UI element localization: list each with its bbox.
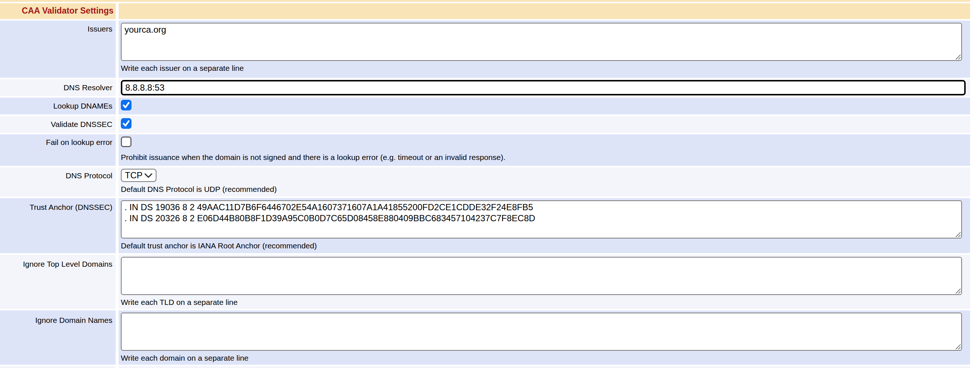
form-row-validate-dnssec: Validate DNSSEC [0,116,970,133]
section-header-spacer [119,3,970,19]
fail-on-lookup-error-label: Fail on lookup error [0,134,116,166]
caa-validator-settings-form: CAA Validator Settings Issuers yourca.or… [0,0,970,368]
dns-resolver-label: DNS Resolver [0,79,116,96]
form-row-issuers: Issuers yourca.org Write each issuer on … [0,21,970,78]
dns-protocol-label: DNS Protocol [0,167,116,197]
check-icon [123,120,130,127]
form-row-trust-anchor: Trust Anchor (DNSSEC) . IN DS 19036 8 2 … [0,198,970,253]
dns-protocol-selected-value: TCP [125,170,143,181]
validate-dnssec-label: Validate DNSSEC [0,116,116,133]
ignore-domains-label: Ignore Domain Names [0,310,116,365]
ignore-tlds-textarea[interactable] [121,257,962,295]
form-row-lookup-dnames: Lookup DNAMEs [0,98,970,114]
fail-on-lookup-error-checkbox[interactable] [121,136,132,147]
previous-section-edge [0,0,970,2]
form-row-dns-protocol: DNS Protocol TCP Default DNS Protocol is… [0,167,970,197]
form-row-ignore-tlds: Ignore Top Level Domains Write each TLD … [0,255,970,309]
form-row-fail-on-lookup-error: Fail on lookup error Prohibit issuance w… [0,134,970,166]
validate-dnssec-checkbox[interactable] [121,118,132,129]
issuers-textarea[interactable]: yourca.org [121,23,962,61]
dns-resolver-input[interactable] [121,80,966,95]
issuers-helper: Write each issuer on a separate line [121,64,970,72]
section-header-row: CAA Validator Settings [0,3,970,19]
lookup-dnames-checkbox[interactable] [121,100,132,110]
trust-anchor-helper: Default trust anchor is IANA Root Anchor… [121,241,970,250]
form-row-dns-resolver: DNS Resolver [0,79,970,96]
section-title: CAA Validator Settings [0,3,116,19]
chevron-down-icon [144,173,153,178]
trust-anchor-textarea[interactable]: . IN DS 19036 8 2 49AAC11D7B6F6446702E54… [121,200,962,238]
ignore-tlds-label: Ignore Top Level Domains [0,255,116,309]
fail-on-lookup-error-helper: Prohibit issuance when the domain is not… [121,153,970,162]
next-row-partial [0,366,970,368]
ignore-tlds-helper: Write each TLD on a separate line [121,298,970,306]
ignore-domains-helper: Write each domain on a separate line [121,354,970,362]
check-icon [123,101,130,109]
form-row-ignore-domains: Ignore Domain Names Write each domain on… [0,310,970,365]
issuers-label: Issuers [0,21,116,78]
dns-protocol-helper: Default DNS Protocol is UDP (recommended… [121,185,970,194]
ignore-domains-textarea[interactable] [121,312,962,351]
trust-anchor-label: Trust Anchor (DNSSEC) [0,198,116,253]
dns-protocol-select[interactable]: TCP [121,169,156,182]
lookup-dnames-label: Lookup DNAMEs [0,98,116,114]
